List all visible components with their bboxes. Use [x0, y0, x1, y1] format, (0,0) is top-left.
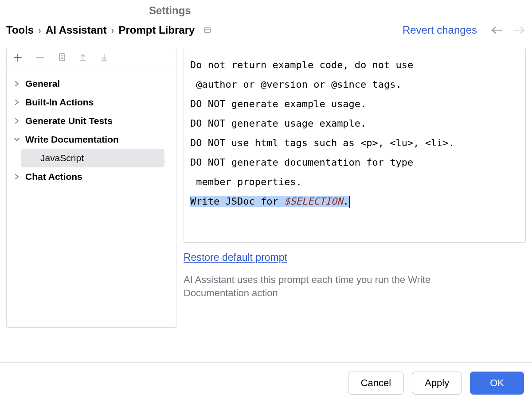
editor-text: Write JSDoc for [190, 196, 284, 207]
tree-item-javascript[interactable]: JavaScript [21, 149, 164, 167]
tree-item-generate-unit-tests[interactable]: Generate Unit Tests [9, 112, 173, 130]
copy-icon[interactable] [57, 53, 66, 62]
editor-line: DO NOT use html tags such as <p>, <lu>, … [190, 137, 454, 148]
footer: Cancel Apply OK [0, 362, 532, 403]
settings-title: Settings [0, 0, 532, 24]
editor-line: Do not return example code, do not use [190, 59, 413, 70]
ok-button[interactable]: OK [470, 372, 524, 395]
tree-item-label: JavaScript [40, 153, 84, 163]
chevron-down-icon [14, 136, 20, 143]
editor-line: DO NOT generate example usage. [190, 98, 366, 109]
import-down-icon[interactable] [100, 53, 109, 62]
tree-item-label: Chat Actions [25, 171, 82, 182]
help-text: AI Assistant uses this prompt each time … [184, 273, 485, 300]
tree-item-builtin-actions[interactable]: Built-In Actions [9, 93, 173, 112]
chevron-right-icon [14, 99, 20, 105]
tree-item-label: Write Documentation [25, 134, 119, 145]
editor-line: DO NOT generate documentation for type [190, 157, 413, 168]
sidebar-toolbar [7, 48, 176, 67]
tree: General Built-In Actions Generate Unit T… [7, 67, 176, 193]
editor-line: DO NOT generate usage example. [190, 118, 366, 129]
forward-arrow-icon [513, 26, 526, 35]
restore-default-prompt-link[interactable]: Restore default prompt [184, 252, 287, 263]
prompt-editor[interactable]: Do not return example code, do not use @… [184, 48, 526, 243]
chevron-right-icon [14, 174, 20, 180]
window-icon[interactable] [203, 26, 211, 34]
add-icon[interactable] [13, 53, 23, 62]
editor-line: member properties. [190, 176, 302, 187]
tree-item-chat-actions[interactable]: Chat Actions [9, 167, 173, 186]
apply-button[interactable]: Apply [412, 372, 462, 395]
content: Do not return example code, do not use @… [184, 48, 526, 328]
back-arrow-icon[interactable] [490, 26, 503, 35]
cancel-button[interactable]: Cancel [348, 372, 404, 395]
breadcrumb: Tools › AI Assistant › Prompt Library [6, 24, 211, 36]
chevron-right-icon [14, 118, 20, 124]
tree-item-write-documentation[interactable]: Write Documentation [9, 130, 173, 149]
chevron-right-icon: › [111, 25, 114, 35]
chevron-right-icon [14, 81, 20, 87]
header-row: Tools › AI Assistant › Prompt Library Re… [0, 24, 532, 48]
editor-line: @author or @version or @since tags. [190, 79, 402, 90]
chevron-right-icon: › [38, 25, 41, 35]
breadcrumb-ai-assistant[interactable]: AI Assistant [46, 24, 107, 36]
export-up-icon[interactable] [78, 53, 87, 62]
breadcrumb-prompt-library[interactable]: Prompt Library [118, 24, 195, 36]
text-caret [349, 196, 350, 208]
tree-item-label: Generate Unit Tests [25, 116, 113, 126]
sidebar: General Built-In Actions Generate Unit T… [6, 48, 176, 328]
tree-item-label: Built-In Actions [25, 97, 94, 108]
tree-item-general[interactable]: General [9, 74, 173, 93]
tree-item-label: General [25, 78, 60, 89]
revert-changes-link[interactable]: Revert changes [403, 24, 477, 36]
editor-variable: $SELECTION [284, 196, 343, 207]
remove-icon[interactable] [35, 53, 45, 62]
breadcrumb-tools[interactable]: Tools [6, 24, 34, 36]
svg-rect-0 [205, 28, 211, 33]
editor-selection: Write JSDoc for $SELECTION. [190, 196, 349, 207]
editor-text: . [343, 196, 348, 207]
